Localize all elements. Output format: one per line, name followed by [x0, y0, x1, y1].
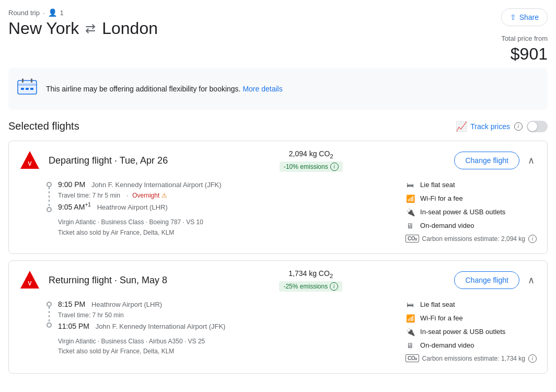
banner-text: This airline may be offering additional … — [46, 85, 241, 93]
route-arrow: ⇄ — [85, 21, 96, 36]
virgin-atlantic-logo-ret: V — [19, 270, 40, 291]
returning-times-airports: 8:15 PM Heathrow Airport (LHR) Travel ti… — [58, 300, 389, 356]
track-prices-info-icon[interactable]: i — [514, 122, 523, 131]
returning-change-flight-button[interactable]: Change flight — [454, 271, 519, 289]
ret-video-icon: 🖥 — [406, 341, 415, 350]
returning-co2-block: 1,734 kg CO2 -25% emissions i — [279, 269, 342, 292]
ret-wifi-icon: 📶 — [406, 314, 415, 323]
dep-time: 9:00 PM — [58, 180, 85, 189]
svg-rect-2 — [21, 88, 24, 90]
ret-amenity-power: 🔌 In-seat power & USB outlets — [406, 327, 537, 337]
ret-carbon-info-icon[interactable]: i — [528, 354, 537, 363]
returning-flight-right: Change flight ∧ — [454, 271, 537, 289]
share-button[interactable]: ⇧ Share — [501, 8, 548, 26]
returning-co2-amount: 1,734 kg CO2 — [288, 269, 333, 279]
ret-dot-bottom — [47, 322, 52, 328]
overnight-badge: Overnight ⚠ — [132, 192, 167, 199]
amenity-wifi: 📶 Wi-Fi for a fee — [406, 194, 537, 203]
ret-amenity-video: 🖥 On-demand video — [406, 341, 537, 350]
ret-power-icon: 🔌 — [406, 327, 415, 337]
arr-time: 9:05 AM+1 — [58, 203, 93, 211]
svg-rect-1 — [18, 84, 37, 86]
ret-co2-label-small: CO₂ — [406, 354, 419, 362]
departing-emissions-info-icon[interactable]: i — [330, 163, 339, 171]
flexibility-banner: This airline may be offering additional … — [8, 68, 548, 110]
svg-text:V: V — [28, 160, 32, 167]
ret-dep-time: 8:15 PM — [58, 300, 85, 308]
departing-amenities: 🛏 Lie flat seat 📶 Wi-Fi for a fee 🔌 In-s… — [406, 180, 537, 243]
departing-carbon-text: Carbon emissions estimate: 2,094 kg — [422, 235, 525, 243]
ret-amenity-seat: 🛏 Lie flat seat — [406, 300, 537, 309]
departing-route-content: 9:00 PM John F. Kennedy International Ai… — [47, 180, 389, 238]
amenity-power: 🔌 In-seat power & USB outlets — [406, 207, 537, 217]
flexibility-icon — [17, 76, 38, 101]
svg-rect-0 — [18, 80, 37, 94]
route-dots — [47, 180, 52, 238]
departing-flight-left: V Departing flight · Tue, Apr 26 — [19, 150, 168, 171]
dep-departure-row: 9:00 PM John F. Kennedy International Ai… — [58, 180, 389, 189]
departing-change-flight-button[interactable]: Change flight — [454, 152, 519, 169]
share-label: Share — [519, 13, 539, 21]
departing-times-airports: 9:00 PM John F. Kennedy International Ai… — [58, 180, 389, 238]
ret-amenity-wifi: 📶 Wi-Fi for a fee — [406, 314, 537, 323]
departing-flight-details: 9:00 PM John F. Kennedy International Ai… — [9, 180, 547, 253]
ret-arrival-row: 11:05 PM John F. Kennedy International A… — [58, 322, 389, 330]
ret-travel-time: Travel time: 7 hr 50 min — [58, 312, 124, 319]
returning-route: 8:15 PM Heathrow Airport (LHR) Travel ti… — [47, 300, 389, 363]
departing-emissions-badge: -10% emissions i — [280, 162, 343, 172]
arr-superscript: +1 — [85, 202, 90, 208]
trip-meta: Round trip · 👤 1 — [8, 8, 501, 17]
total-price: $901 — [501, 44, 548, 64]
departing-co2-block: 2,094 kg CO2 -10% emissions i — [280, 149, 343, 172]
trip-title: New York ⇄ London — [8, 19, 501, 38]
returning-route-content: 8:15 PM Heathrow Airport (LHR) Travel ti… — [47, 300, 389, 356]
more-details-link[interactable]: More details — [242, 85, 282, 93]
departing-collapse-icon[interactable]: ∧ — [526, 153, 537, 168]
track-prices-area: 📈 Track prices i — [456, 121, 548, 132]
dep-travel-time: Travel time: 7 hr 5 min — [58, 192, 120, 199]
departing-flight-right: Change flight ∧ — [454, 152, 537, 169]
track-prices-link[interactable]: 📈 Track prices — [456, 121, 510, 132]
co2-label-small: CO₂ — [406, 235, 419, 243]
returning-amenities: 🛏 Lie flat seat 📶 Wi-Fi for a fee 🔌 In-s… — [406, 300, 537, 363]
seat-icon: 🛏 — [406, 180, 415, 190]
top-bar: Round trip · 👤 1 New York ⇄ London ⇧ Sha… — [8, 8, 548, 64]
ret-arr-airport: John F. Kennedy International Airport (J… — [96, 322, 226, 330]
returning-collapse-icon[interactable]: ∧ — [526, 272, 537, 288]
returning-flight-left: V Returning flight · Sun, May 8 — [19, 270, 167, 291]
virgin-atlantic-logo: V — [19, 150, 40, 171]
returning-flight-details: 8:15 PM Heathrow Airport (LHR) Travel ti… — [9, 300, 547, 373]
amenity-seat: 🛏 Lie flat seat — [406, 180, 537, 190]
ret-dot-line — [49, 307, 50, 322]
returning-carbon-row: CO₂ Carbon emissions estimate: 1,734 kg … — [406, 354, 537, 363]
departing-flight-header: V Departing flight · Tue, Apr 26 2,094 k… — [9, 141, 547, 180]
returning-emissions-badge: -25% emissions i — [279, 281, 342, 292]
departing-flight-title: Departing flight · Tue, Apr 26 — [49, 155, 168, 166]
departing-carbon-row: CO₂ Carbon emissions estimate: 2,094 kg … — [406, 235, 537, 243]
departing-airline-info: Virgin Atlantic · Business Class · Boein… — [58, 217, 389, 237]
selected-flights-title: Selected flights — [8, 120, 79, 132]
ret-route-dots — [47, 300, 52, 356]
carbon-info-icon[interactable]: i — [528, 235, 537, 243]
svg-rect-3 — [26, 88, 29, 90]
passenger-count: 1 — [60, 9, 64, 17]
svg-text:V: V — [28, 280, 32, 286]
track-prices-label: Track prices — [470, 122, 510, 131]
price-label: Total price from — [501, 34, 548, 42]
dep-dot-bottom — [47, 207, 52, 212]
ret-arr-time: 11:05 PM — [58, 322, 91, 330]
amenity-video: 🖥 On-demand video — [406, 221, 537, 230]
trip-price-block: Total price from $901 — [501, 34, 548, 64]
ret-dep-airport: Heathrow Airport (LHR) — [91, 301, 162, 308]
svg-rect-4 — [30, 88, 33, 90]
flexibility-text: This airline may be offering additional … — [46, 85, 283, 93]
person-icon: 👤 — [48, 8, 57, 17]
returning-airline-info: Virgin Atlantic · Business Class · Airbu… — [58, 337, 389, 356]
dep-dot-top — [47, 182, 52, 187]
returning-carbon-text: Carbon emissions estimate: 1,734 kg — [422, 355, 525, 362]
track-prices-toggle[interactable] — [527, 121, 548, 132]
wifi-icon: 📶 — [406, 194, 415, 203]
returning-emissions-info-icon[interactable]: i — [330, 282, 338, 291]
selected-flights-header: Selected flights 📈 Track prices i — [8, 120, 548, 132]
dep-travel-row: Travel time: 7 hr 5 min · Overnight ⚠ — [58, 192, 389, 199]
